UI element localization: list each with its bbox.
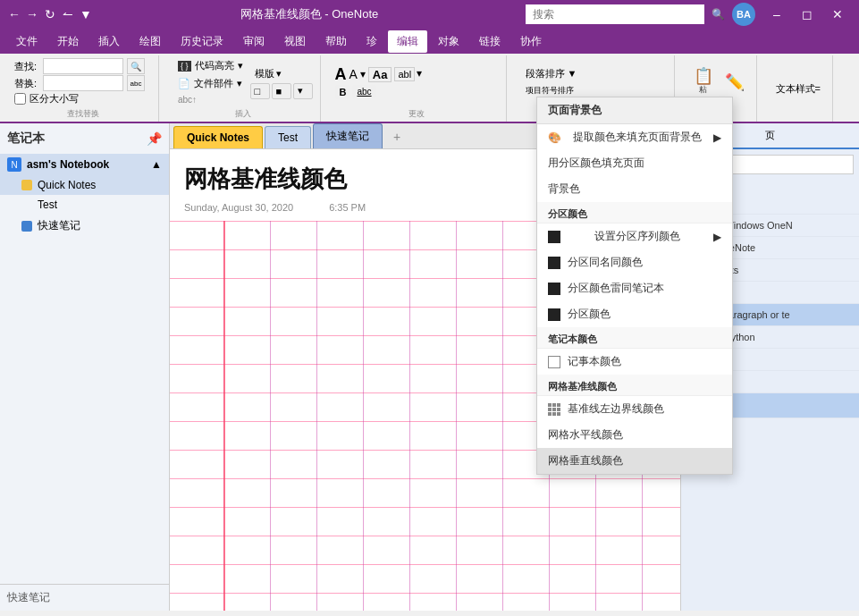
sidebar-item-quicknotes[interactable]: Quick Notes: [0, 175, 169, 195]
replace-icon-btn[interactable]: abc: [127, 75, 145, 91]
notebook-item[interactable]: N asm's Notebook ▲: [0, 154, 169, 175]
sidebar-pin[interactable]: 📌: [147, 131, 162, 146]
dropdown-notebook-color-item[interactable]: 记事本颜色: [537, 349, 732, 375]
abc-btn[interactable]: abc↑: [173, 93, 248, 106]
menu-history[interactable]: 历史记录: [172, 30, 232, 53]
notebook-expand: ▲: [151, 158, 162, 171]
para-sort-btn[interactable]: 段落排序 ▼: [521, 65, 582, 82]
font-tools-row: B abc: [335, 85, 423, 99]
dropdown-section-color[interactable]: 分区颜色: [537, 301, 732, 327]
dropdown-section-color-header: 分区颜色: [537, 202, 732, 224]
dropdown-grid-color-header: 网格基准线颜色: [537, 375, 732, 396]
abc-effect-btn[interactable]: abc: [352, 85, 375, 98]
grid-icon-1: [548, 403, 560, 416]
file-component-label: 文件部件: [194, 77, 233, 90]
section-dot-quicknotes: [21, 180, 32, 190]
sidebar-bottom[interactable]: 快速笔记: [0, 584, 169, 611]
file-component-btn[interactable]: 📄 文件部件 ▾: [173, 75, 248, 92]
text-style-label: 文本样式=: [776, 82, 821, 96]
grid-line-v-6: [502, 221, 503, 611]
replace-label: 替换:: [14, 77, 39, 90]
sidebar-item-test[interactable]: Test: [0, 195, 169, 215]
customize-button[interactable]: ▼: [79, 7, 93, 21]
font-aa-btn[interactable]: Aa: [368, 67, 392, 82]
margin-line: [223, 221, 225, 611]
title-search-input[interactable]: [526, 4, 704, 24]
dropdown-bgcolor-label: 背景色: [548, 181, 580, 197]
dropdown-same-color-notebook[interactable]: 分区颜色雷同笔记本: [537, 275, 732, 301]
menu-collab[interactable]: 协作: [511, 30, 551, 53]
menu-insert[interactable]: 插入: [89, 30, 129, 53]
dropdown-grid-vertical[interactable]: 网格垂直线颜色: [537, 448, 732, 474]
tab-add-btn[interactable]: +: [384, 125, 409, 148]
replace-input[interactable]: [43, 75, 123, 91]
dropdown-extract-color[interactable]: 🎨 提取颜色来填充页面背景色 ▶: [537, 124, 732, 150]
template-btn[interactable]: 模版 ▾: [250, 65, 313, 82]
font-color-arrow: ▾: [417, 67, 422, 81]
dropdown-grid-horizontal[interactable]: 网格水平线颜色: [537, 422, 732, 448]
insert-col2: 模版 ▾ □ ■ ▾: [250, 65, 313, 99]
find-input[interactable]: [43, 58, 123, 74]
dropdown-fill-section[interactable]: 用分区颜色填充页面: [537, 150, 732, 176]
dropdown-title: 页面背景色: [537, 97, 732, 124]
grid-line-v-1: [270, 221, 271, 611]
paste-btn[interactable]: 📋 粘: [689, 65, 718, 98]
text-style-btn[interactable]: 文本样式=: [771, 80, 825, 97]
tab-quicknotes[interactable]: Quick Notes: [173, 126, 263, 148]
tab-test[interactable]: Test: [265, 126, 311, 148]
menu-file[interactable]: 文件: [7, 30, 46, 53]
back-button[interactable]: ←: [7, 7, 21, 21]
dropdown-menu[interactable]: 页面背景色 🎨 提取颜色来填充页面背景色 ▶ 用分区颜色填充页面 背景色 分区颜…: [536, 97, 733, 475]
menu-home[interactable]: 开始: [48, 30, 88, 53]
menu-edit[interactable]: 编辑: [388, 30, 427, 53]
bold-btn[interactable]: B: [335, 85, 351, 99]
dropdown-extract-icon: 🎨: [548, 131, 561, 144]
dropdown-set-section-seq[interactable]: 设置分区序列颜色 ▶: [537, 224, 732, 249]
minimize-button[interactable]: –: [762, 0, 791, 29]
font-a-large: A: [335, 65, 347, 84]
shape-rect-btn[interactable]: □: [250, 83, 270, 99]
square-icon-4: [548, 308, 560, 321]
dropdown-bgcolor[interactable]: 背景色: [537, 176, 732, 202]
menu-help[interactable]: 帮助: [316, 30, 356, 53]
menu-view[interactable]: 视图: [275, 30, 315, 53]
menu-object[interactable]: 对象: [429, 30, 468, 53]
dropdown-grid-margin[interactable]: 基准线左边界线颜色: [537, 396, 732, 422]
forward-button[interactable]: →: [25, 7, 39, 21]
dropdown-same-name-label: 分区同名同颜色: [568, 255, 643, 270]
tab-fastnotes[interactable]: 快速笔记: [313, 123, 383, 148]
restore-button[interactable]: ◻: [793, 0, 821, 29]
page-time: 6:35 PM: [329, 202, 366, 213]
font-content: A A ▾ Aa abl ▾ B abc: [335, 57, 499, 106]
code-highlight-btn[interactable]: { } 代码高亮 ▾: [173, 57, 248, 74]
square-icon-1: [548, 231, 560, 243]
shape-more-btn[interactable]: ▾: [293, 83, 313, 99]
sidebar-item-fastnotes[interactable]: 快速笔记: [0, 215, 169, 237]
close-button[interactable]: ✕: [823, 0, 852, 29]
case-checkbox[interactable]: [14, 93, 26, 105]
notebook-name: asm's Notebook: [27, 158, 109, 171]
dropdown-notebook-color-header: 笔记本颜色: [537, 327, 732, 349]
title-bar-right: 🔍 BA – ◻ ✕: [526, 0, 852, 29]
menu-link[interactable]: 链接: [470, 30, 510, 53]
undo-button[interactable]: ↻: [43, 7, 57, 21]
menu-zhen[interactable]: 珍: [358, 30, 386, 53]
find-search-btn[interactable]: 🔍: [127, 58, 145, 74]
code-highlight-label: 代码高亮: [195, 59, 234, 72]
grid-line-v-4: [409, 221, 410, 611]
font-abc-btn[interactable]: abl: [394, 67, 415, 81]
redo-button[interactable]: ↼: [61, 7, 75, 21]
pen-btn[interactable]: ✏️: [720, 72, 749, 93]
shape-fill-btn[interactable]: ■: [272, 83, 291, 99]
code-dropdown-arrow: ▾: [238, 60, 243, 72]
find-replace-content: 查找: 🔍 替换: abc 区分大小写: [14, 57, 151, 106]
grid-line-v-3: [363, 221, 364, 611]
font-a-arrow: ▾: [360, 68, 366, 80]
section-dot-fastnotes: [21, 221, 32, 232]
menu-review[interactable]: 审阅: [234, 30, 274, 53]
dropdown-extract-arrow: ▶: [713, 131, 721, 144]
menu-draw[interactable]: 绘图: [131, 30, 170, 53]
grid-line-h-11: [170, 536, 680, 536]
dropdown-fill-section-label: 用分区颜色填充页面: [548, 156, 644, 171]
dropdown-same-name-color[interactable]: 分区同名同颜色: [537, 249, 732, 275]
